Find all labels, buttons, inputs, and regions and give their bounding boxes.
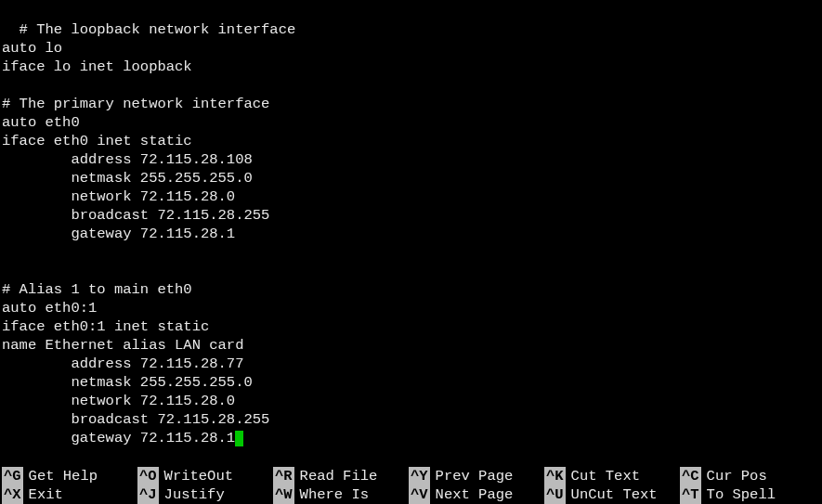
shortcut-key: ^R	[273, 467, 294, 485]
shortcut-justify[interactable]: ^J Justify	[137, 485, 273, 504]
shortcut-read-file[interactable]: ^R Read File	[273, 467, 409, 485]
shortcut-next-page[interactable]: ^V Next Page	[409, 485, 544, 504]
shortcut-cur-pos[interactable]: ^C Cur Pos	[680, 467, 815, 485]
shortcut-key: ^V	[409, 485, 430, 504]
shortcut-bar: ^G Get Help ^O WriteOut ^R Read File ^Y …	[0, 464, 822, 504]
shortcut-label: Prev Page	[430, 467, 514, 485]
shortcut-label: Exit	[23, 485, 63, 504]
file-line: broadcast 72.115.28.255	[2, 207, 269, 224]
file-line: auto eth0:1	[2, 300, 97, 317]
file-line: name Ethernet alias LAN card	[2, 337, 243, 354]
shortcut-key: ^O	[137, 467, 159, 485]
shortcut-key: ^K	[544, 467, 566, 485]
shortcut-row-1: ^G Get Help ^O WriteOut ^R Read File ^Y …	[2, 467, 822, 485]
shortcut-label: Get Help	[23, 467, 98, 485]
file-line: iface lo inet loopback	[2, 58, 192, 75]
shortcut-label: Justify	[159, 485, 225, 504]
shortcut-label: UnCut Text	[566, 485, 658, 504]
shortcut-get-help[interactable]: ^G Get Help	[2, 467, 137, 485]
file-line: # The primary network interface	[2, 96, 269, 112]
file-line: # Alias 1 to main eth0	[2, 281, 192, 298]
cursor-icon	[235, 431, 243, 446]
file-line: broadcast 72.115.28.255	[2, 411, 269, 428]
editor-viewport[interactable]: # The loopback network interface auto lo…	[0, 0, 822, 447]
shortcut-label: Read File	[294, 467, 378, 485]
shortcut-prev-page[interactable]: ^Y Prev Page	[409, 467, 544, 485]
file-line: netmask 255.255.255.0	[2, 170, 253, 187]
file-line: network 72.115.28.0	[2, 393, 235, 409]
file-line: auto eth0	[2, 114, 80, 131]
shortcut-exit[interactable]: ^X Exit	[2, 485, 137, 504]
file-line: netmask 255.255.255.0	[2, 374, 253, 391]
shortcut-key: ^G	[2, 467, 23, 485]
shortcut-label: Where Is	[294, 485, 369, 504]
shortcut-label: Next Page	[430, 485, 514, 504]
shortcut-writeout[interactable]: ^O WriteOut	[137, 467, 273, 485]
file-line: auto lo	[2, 40, 62, 57]
file-line-cursor-prefix: gateway 72.115.28.1	[2, 430, 235, 446]
file-line: address 72.115.28.108	[2, 151, 253, 168]
shortcut-key: ^J	[137, 485, 159, 504]
file-line: iface eth0:1 inet static	[2, 318, 209, 335]
file-line: address 72.115.28.77	[2, 355, 243, 372]
file-line: gateway 72.115.28.1	[2, 226, 235, 242]
shortcut-key: ^U	[544, 485, 566, 504]
shortcut-key: ^W	[273, 485, 294, 504]
shortcut-label: WriteOut	[159, 467, 233, 485]
file-line: network 72.115.28.0	[2, 188, 235, 205]
shortcut-to-spell[interactable]: ^T To Spell	[680, 485, 815, 504]
file-line: iface eth0 inet static	[2, 133, 192, 149]
shortcut-label: Cut Text	[566, 467, 640, 485]
shortcut-key: ^C	[680, 467, 701, 485]
shortcut-key: ^X	[2, 485, 23, 504]
shortcut-label: To Spell	[701, 485, 776, 504]
shortcut-uncut-text[interactable]: ^U UnCut Text	[544, 485, 680, 504]
shortcut-key: ^Y	[409, 467, 430, 485]
file-line: # The loopback network interface	[20, 21, 296, 38]
shortcut-where-is[interactable]: ^W Where Is	[273, 485, 409, 504]
shortcut-key: ^T	[680, 485, 701, 504]
shortcut-row-2: ^X Exit ^J Justify ^W Where Is ^V Next P…	[2, 485, 822, 504]
shortcut-cut-text[interactable]: ^K Cut Text	[544, 467, 680, 485]
shortcut-label: Cur Pos	[701, 467, 767, 485]
